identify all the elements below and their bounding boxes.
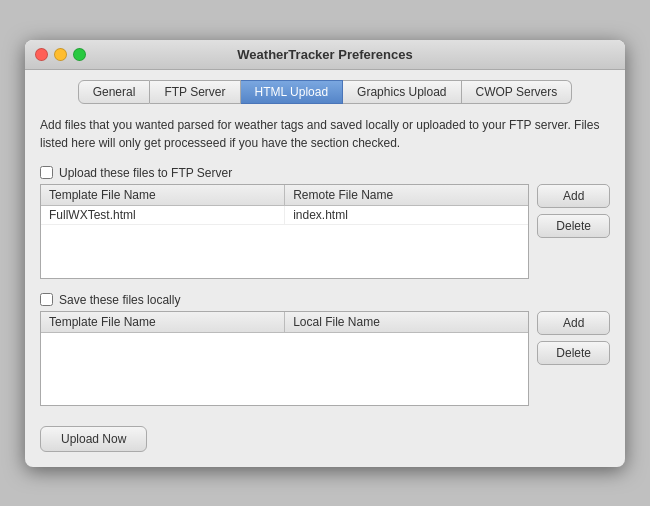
local-checkbox-text: Save these files locally [59, 293, 180, 307]
ftp-checkbox-text: Upload these files to FTP Server [59, 166, 232, 180]
tab-html-upload[interactable]: HTML Upload [241, 80, 344, 104]
tab-bar: General FTP Server HTML Upload Graphics … [40, 80, 610, 104]
titlebar: WeatherTracker Preferences [25, 40, 625, 70]
tab-general[interactable]: General [78, 80, 151, 104]
maximize-button[interactable] [73, 48, 86, 61]
local-add-button[interactable]: Add [537, 311, 610, 335]
local-section: Save these files locally Template File N… [40, 293, 610, 406]
window-title: WeatherTracker Preferences [237, 47, 412, 62]
ftp-delete-button[interactable]: Delete [537, 214, 610, 238]
tab-cwop-servers[interactable]: CWOP Servers [462, 80, 573, 104]
ftp-table: Template File Name Remote File Name Full… [40, 184, 529, 279]
local-table-header: Template File Name Local File Name [41, 312, 528, 333]
local-table: Template File Name Local File Name [40, 311, 529, 406]
local-checkbox-label[interactable]: Save these files locally [40, 293, 610, 307]
tab-graphics-upload[interactable]: Graphics Upload [343, 80, 461, 104]
local-table-buttons: Add Delete [537, 311, 610, 365]
local-col-file: Local File Name [285, 312, 528, 332]
ftp-checkbox-label[interactable]: Upload these files to FTP Server [40, 166, 610, 180]
preferences-window: WeatherTracker Preferences General FTP S… [25, 40, 625, 467]
minimize-button[interactable] [54, 48, 67, 61]
local-delete-button[interactable]: Delete [537, 341, 610, 365]
local-col-template: Template File Name [41, 312, 285, 332]
ftp-col-template: Template File Name [41, 185, 285, 205]
ftp-section: Upload these files to FTP Server Templat… [40, 166, 610, 279]
ftp-table-area: Template File Name Remote File Name Full… [40, 184, 610, 279]
tab-ftp-server[interactable]: FTP Server [150, 80, 240, 104]
ftp-checkbox[interactable] [40, 166, 53, 179]
main-content: General FTP Server HTML Upload Graphics … [25, 70, 625, 467]
ftp-row-template: FullWXTest.html [41, 206, 285, 224]
ftp-col-remote: Remote File Name [285, 185, 528, 205]
local-table-area: Template File Name Local File Name Add D… [40, 311, 610, 406]
ftp-table-buttons: Add Delete [537, 184, 610, 238]
close-button[interactable] [35, 48, 48, 61]
ftp-add-button[interactable]: Add [537, 184, 610, 208]
local-checkbox[interactable] [40, 293, 53, 306]
table-row[interactable]: FullWXTest.html index.html [41, 206, 528, 225]
description-text: Add files that you wanted parsed for wea… [40, 116, 610, 152]
upload-now-button[interactable]: Upload Now [40, 426, 147, 452]
ftp-table-header: Template File Name Remote File Name [41, 185, 528, 206]
ftp-row-remote: index.html [285, 206, 528, 224]
traffic-lights [35, 48, 86, 61]
